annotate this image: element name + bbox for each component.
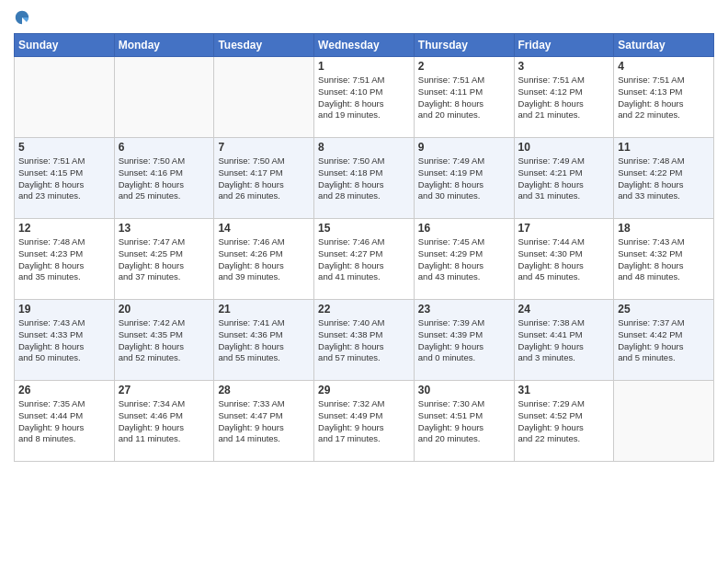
day-info: Sunrise: 7:32 AM Sunset: 4:49 PM Dayligh… <box>318 398 410 445</box>
calendar-cell: 16Sunrise: 7:45 AM Sunset: 4:29 PM Dayli… <box>414 219 514 300</box>
day-info: Sunrise: 7:40 AM Sunset: 4:38 PM Dayligh… <box>318 317 410 364</box>
day-number: 13 <box>119 222 210 235</box>
calendar-cell <box>114 57 214 138</box>
day-number: 18 <box>618 222 710 235</box>
day-info: Sunrise: 7:51 AM Sunset: 4:13 PM Dayligh… <box>618 75 710 121</box>
day-number: 27 <box>119 384 210 396</box>
calendar-cell <box>15 57 115 138</box>
day-info: Sunrise: 7:38 AM Sunset: 4:41 PM Dayligh… <box>518 317 610 364</box>
day-info: Sunrise: 7:48 AM Sunset: 4:23 PM Dayligh… <box>18 236 110 283</box>
day-number: 9 <box>418 141 510 154</box>
calendar-cell: 9Sunrise: 7:49 AM Sunset: 4:19 PM Daylig… <box>414 138 514 219</box>
day-info: Sunrise: 7:44 AM Sunset: 4:30 PM Dayligh… <box>518 236 610 283</box>
calendar-cell: 22Sunrise: 7:40 AM Sunset: 4:38 PM Dayli… <box>314 300 415 381</box>
calendar-header-saturday: Saturday <box>614 34 714 57</box>
calendar-header-wednesday: Wednesday <box>314 34 415 57</box>
calendar-week-5: 26Sunrise: 7:35 AM Sunset: 4:44 PM Dayli… <box>15 381 714 462</box>
calendar-cell: 7Sunrise: 7:50 AM Sunset: 4:17 PM Daylig… <box>214 138 314 219</box>
day-number: 5 <box>18 141 110 154</box>
day-number: 4 <box>618 60 710 73</box>
calendar-cell: 6Sunrise: 7:50 AM Sunset: 4:16 PM Daylig… <box>114 138 214 219</box>
day-info: Sunrise: 7:51 AM Sunset: 4:12 PM Dayligh… <box>518 75 610 121</box>
calendar-cell: 29Sunrise: 7:32 AM Sunset: 4:49 PM Dayli… <box>314 381 415 462</box>
calendar-cell: 21Sunrise: 7:41 AM Sunset: 4:36 PM Dayli… <box>214 300 314 381</box>
calendar-week-2: 5Sunrise: 7:51 AM Sunset: 4:15 PM Daylig… <box>15 138 714 219</box>
calendar-week-1: 1Sunrise: 7:51 AM Sunset: 4:10 PM Daylig… <box>15 57 714 138</box>
calendar-cell <box>214 57 314 138</box>
day-info: Sunrise: 7:50 AM Sunset: 4:16 PM Dayligh… <box>119 155 210 202</box>
day-number: 1 <box>318 60 410 73</box>
calendar-cell: 19Sunrise: 7:43 AM Sunset: 4:33 PM Dayli… <box>15 300 115 381</box>
calendar-cell: 28Sunrise: 7:33 AM Sunset: 4:47 PM Dayli… <box>214 381 314 462</box>
day-info: Sunrise: 7:47 AM Sunset: 4:25 PM Dayligh… <box>119 236 210 283</box>
calendar-cell: 5Sunrise: 7:51 AM Sunset: 4:15 PM Daylig… <box>15 138 115 219</box>
calendar-cell: 1Sunrise: 7:51 AM Sunset: 4:10 PM Daylig… <box>314 57 415 138</box>
day-number: 24 <box>518 303 610 316</box>
calendar-header-row: SundayMondayTuesdayWednesdayThursdayFrid… <box>15 34 714 57</box>
day-number: 2 <box>418 60 510 73</box>
day-info: Sunrise: 7:50 AM Sunset: 4:17 PM Dayligh… <box>218 155 310 202</box>
day-info: Sunrise: 7:42 AM Sunset: 4:35 PM Dayligh… <box>119 317 210 364</box>
calendar-header-thursday: Thursday <box>414 34 514 57</box>
day-info: Sunrise: 7:35 AM Sunset: 4:44 PM Dayligh… <box>18 398 110 445</box>
logo-icon <box>14 9 30 26</box>
calendar-cell <box>614 381 714 462</box>
calendar-cell: 8Sunrise: 7:50 AM Sunset: 4:18 PM Daylig… <box>314 138 415 219</box>
day-info: Sunrise: 7:30 AM Sunset: 4:51 PM Dayligh… <box>418 398 510 445</box>
calendar-cell: 26Sunrise: 7:35 AM Sunset: 4:44 PM Dayli… <box>15 381 115 462</box>
day-info: Sunrise: 7:46 AM Sunset: 4:27 PM Dayligh… <box>318 236 410 283</box>
calendar-cell: 23Sunrise: 7:39 AM Sunset: 4:39 PM Dayli… <box>414 300 514 381</box>
day-number: 23 <box>418 303 510 316</box>
calendar-cell: 24Sunrise: 7:38 AM Sunset: 4:41 PM Dayli… <box>514 300 614 381</box>
calendar-cell: 11Sunrise: 7:48 AM Sunset: 4:22 PM Dayli… <box>614 138 714 219</box>
day-number: 16 <box>418 222 510 235</box>
calendar-cell: 3Sunrise: 7:51 AM Sunset: 4:12 PM Daylig… <box>514 57 614 138</box>
day-info: Sunrise: 7:50 AM Sunset: 4:18 PM Dayligh… <box>318 155 410 202</box>
calendar-cell: 10Sunrise: 7:49 AM Sunset: 4:21 PM Dayli… <box>514 138 614 219</box>
day-number: 25 <box>618 303 710 316</box>
day-info: Sunrise: 7:41 AM Sunset: 4:36 PM Dayligh… <box>218 317 310 364</box>
day-number: 21 <box>218 303 310 316</box>
day-info: Sunrise: 7:49 AM Sunset: 4:21 PM Dayligh… <box>518 155 610 202</box>
calendar-cell: 14Sunrise: 7:46 AM Sunset: 4:26 PM Dayli… <box>214 219 314 300</box>
day-number: 3 <box>518 60 610 73</box>
header <box>14 9 714 26</box>
day-info: Sunrise: 7:43 AM Sunset: 4:32 PM Dayligh… <box>618 236 710 283</box>
calendar-cell: 15Sunrise: 7:46 AM Sunset: 4:27 PM Dayli… <box>314 219 415 300</box>
day-info: Sunrise: 7:49 AM Sunset: 4:19 PM Dayligh… <box>418 155 510 202</box>
day-number: 6 <box>119 141 210 154</box>
day-number: 30 <box>418 384 510 396</box>
day-info: Sunrise: 7:46 AM Sunset: 4:26 PM Dayligh… <box>218 236 310 283</box>
calendar-week-3: 12Sunrise: 7:48 AM Sunset: 4:23 PM Dayli… <box>15 219 714 300</box>
calendar-cell: 17Sunrise: 7:44 AM Sunset: 4:30 PM Dayli… <box>514 219 614 300</box>
day-number: 8 <box>318 141 410 154</box>
calendar-cell: 31Sunrise: 7:29 AM Sunset: 4:52 PM Dayli… <box>514 381 614 462</box>
day-number: 19 <box>18 303 110 316</box>
calendar-cell: 4Sunrise: 7:51 AM Sunset: 4:13 PM Daylig… <box>614 57 714 138</box>
day-number: 7 <box>218 141 310 154</box>
day-info: Sunrise: 7:34 AM Sunset: 4:46 PM Dayligh… <box>119 398 210 445</box>
day-number: 31 <box>518 384 610 396</box>
calendar-cell: 27Sunrise: 7:34 AM Sunset: 4:46 PM Dayli… <box>114 381 214 462</box>
day-number: 22 <box>318 303 410 316</box>
calendar-cell: 13Sunrise: 7:47 AM Sunset: 4:25 PM Dayli… <box>114 219 214 300</box>
calendar-cell: 30Sunrise: 7:30 AM Sunset: 4:51 PM Dayli… <box>414 381 514 462</box>
day-number: 28 <box>218 384 310 396</box>
calendar-cell: 12Sunrise: 7:48 AM Sunset: 4:23 PM Dayli… <box>15 219 115 300</box>
day-number: 20 <box>119 303 210 316</box>
day-number: 17 <box>518 222 610 235</box>
day-number: 26 <box>18 384 110 396</box>
calendar-cell: 2Sunrise: 7:51 AM Sunset: 4:11 PM Daylig… <box>414 57 514 138</box>
calendar-header-sunday: Sunday <box>15 34 115 57</box>
calendar-week-4: 19Sunrise: 7:43 AM Sunset: 4:33 PM Dayli… <box>15 300 714 381</box>
day-info: Sunrise: 7:39 AM Sunset: 4:39 PM Dayligh… <box>418 317 510 364</box>
calendar-header-friday: Friday <box>514 34 614 57</box>
day-info: Sunrise: 7:33 AM Sunset: 4:47 PM Dayligh… <box>218 398 310 445</box>
day-number: 12 <box>18 222 110 235</box>
calendar-cell: 25Sunrise: 7:37 AM Sunset: 4:42 PM Dayli… <box>614 300 714 381</box>
day-number: 29 <box>318 384 410 396</box>
page-container: SundayMondayTuesdayWednesdayThursdayFrid… <box>0 0 728 563</box>
logo <box>14 9 32 26</box>
day-info: Sunrise: 7:51 AM Sunset: 4:11 PM Dayligh… <box>418 75 510 121</box>
calendar-header-monday: Monday <box>114 34 214 57</box>
